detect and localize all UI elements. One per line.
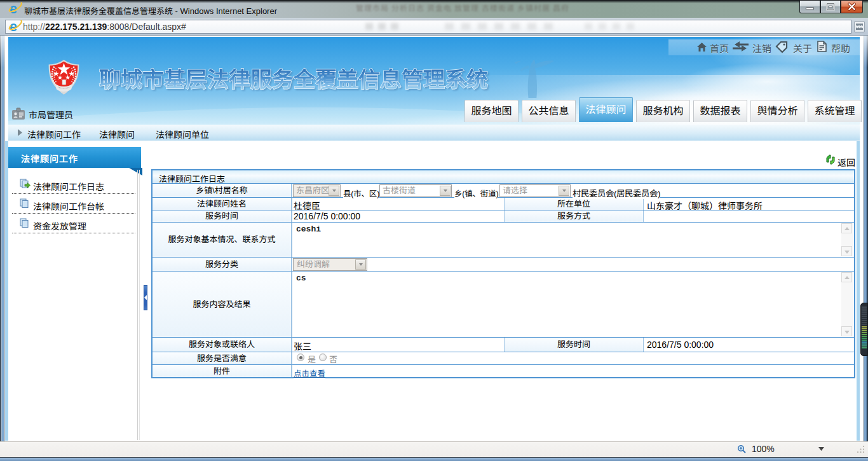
svg-text:聊城市基层法律服务全覆盖信息管理系统: 聊城市基层法律服务全覆盖信息管理系统 <box>99 62 488 93</box>
